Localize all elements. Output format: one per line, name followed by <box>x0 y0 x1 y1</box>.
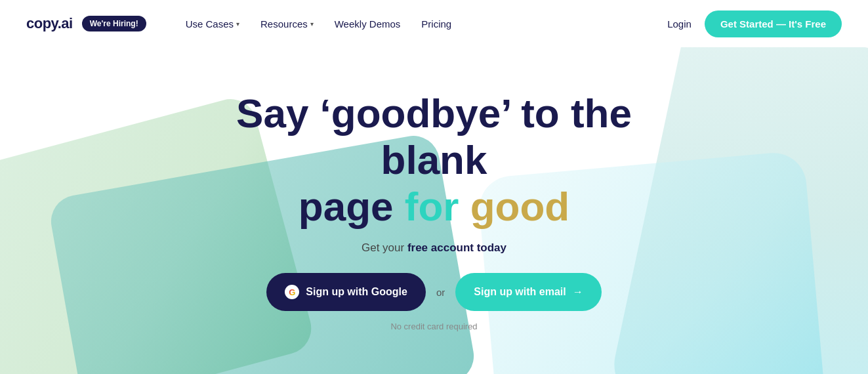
nav-pricing[interactable]: Pricing <box>421 18 451 30</box>
hiring-badge[interactable]: We're Hiring! <box>82 16 146 31</box>
hero-title: Say ‘goodbye’ to the blank page for good <box>178 90 690 230</box>
nav-links: Use Cases ▾ Resources ▾ Weekly Demos Pri… <box>186 18 668 30</box>
hero-subtitle: Get your free account today <box>362 241 506 255</box>
chevron-down-icon: ▾ <box>236 20 239 28</box>
arrow-right-icon: → <box>573 286 583 298</box>
nav-weekly-demos[interactable]: Weekly Demos <box>335 18 401 30</box>
or-separator: or <box>436 287 445 298</box>
google-icon: G <box>285 285 299 299</box>
signup-google-button[interactable]: G Sign up with Google <box>266 273 426 311</box>
hero-content: Say ‘goodbye’ to the blank page for good… <box>178 90 690 332</box>
nav-use-cases[interactable]: Use Cases ▾ <box>186 18 239 30</box>
nav-resources[interactable]: Resources ▾ <box>260 18 314 30</box>
for-text: for <box>405 184 470 229</box>
chevron-down-icon: ▾ <box>310 20 314 28</box>
navbar: copy.ai We're Hiring! Use Cases ▾ Resour… <box>0 0 868 47</box>
cta-row: G Sign up with Google or Sign up with em… <box>266 273 601 311</box>
signup-email-button[interactable]: Sign up with email → <box>455 273 601 311</box>
nav-right: Login Get Started — It's Free <box>667 10 842 37</box>
good-text: good <box>470 184 570 229</box>
no-credit-label: No credit card required <box>390 322 477 331</box>
login-button[interactable]: Login <box>667 18 692 30</box>
logo[interactable]: copy.ai <box>26 15 73 32</box>
hero-section: Say ‘goodbye’ to the blank page for good… <box>0 47 868 374</box>
get-started-button[interactable]: Get Started — It's Free <box>705 10 842 37</box>
